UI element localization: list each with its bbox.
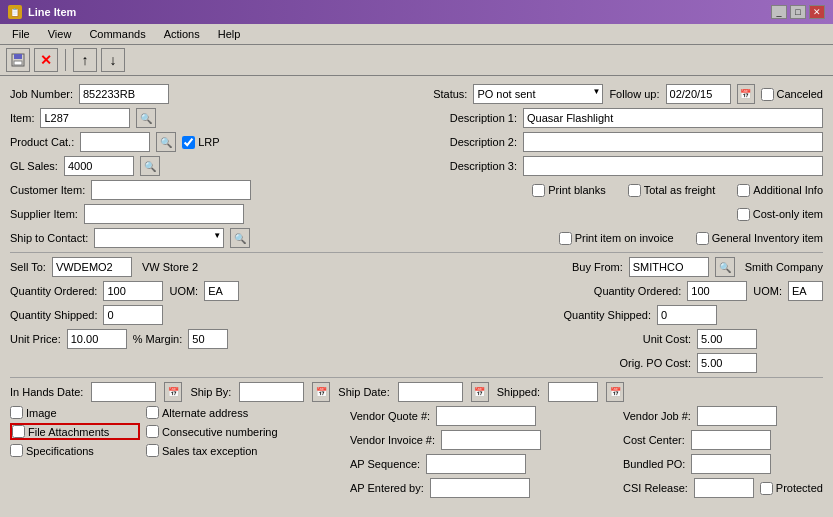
- ship-to-contact-search-button[interactable]: 🔍: [230, 228, 250, 248]
- customer-item-input[interactable]: [91, 180, 251, 200]
- minimize-button[interactable]: _: [771, 5, 787, 19]
- menu-actions[interactable]: Actions: [156, 26, 208, 42]
- job-number-input[interactable]: [79, 84, 169, 104]
- row-item-desc1: Item: 🔍 Description 1:: [10, 108, 823, 128]
- desc2-input[interactable]: [523, 132, 823, 152]
- cost-only-item-checkbox[interactable]: [737, 208, 750, 221]
- ship-by-label: Ship By:: [190, 386, 231, 398]
- ship-by-input[interactable]: [239, 382, 304, 402]
- sell-to-label: Sell To:: [10, 261, 46, 273]
- menu-commands[interactable]: Commands: [81, 26, 153, 42]
- sell-to-name: VW Store 2: [142, 261, 198, 273]
- row-supplier-item: Supplier Item: Cost-only item: [10, 204, 823, 224]
- print-item-invoice-checkbox[interactable]: [559, 232, 572, 245]
- protected-label: Protected: [760, 482, 823, 495]
- unit-price-input[interactable]: [67, 329, 127, 349]
- ship-by-cal-button[interactable]: 📅: [312, 382, 330, 402]
- product-cat-search-button[interactable]: 🔍: [156, 132, 176, 152]
- vendor-invoice-input[interactable]: [441, 430, 541, 450]
- vendor-job-input[interactable]: [697, 406, 777, 426]
- shipped-label: Shipped:: [497, 386, 540, 398]
- unit-cost-label: Unit Cost:: [643, 333, 691, 345]
- image-checkbox[interactable]: [10, 406, 23, 419]
- ship-date-input[interactable]: [398, 382, 463, 402]
- buy-from-search-button[interactable]: 🔍: [715, 257, 735, 277]
- item-search-button[interactable]: 🔍: [136, 108, 156, 128]
- uom-right-input[interactable]: [788, 281, 823, 301]
- total-as-freight-checkbox[interactable]: [628, 184, 641, 197]
- print-blanks-checkbox[interactable]: [532, 184, 545, 197]
- unit-cost-input[interactable]: [697, 329, 757, 349]
- maximize-button[interactable]: □: [790, 5, 806, 19]
- ap-sequence-input[interactable]: [426, 454, 526, 474]
- in-hands-cal-button[interactable]: 📅: [164, 382, 182, 402]
- product-cat-input[interactable]: [80, 132, 150, 152]
- qty-shipped-right-input[interactable]: [657, 305, 717, 325]
- close-button[interactable]: ✕: [809, 5, 825, 19]
- consecutive-numbering-checkbox[interactable]: [146, 425, 159, 438]
- vendor-quote-label: Vendor Quote #:: [350, 410, 430, 422]
- alternate-address-checkbox[interactable]: [146, 406, 159, 419]
- job-number-label: Job Number:: [10, 88, 73, 100]
- protected-checkbox[interactable]: [760, 482, 773, 495]
- specifications-checkbox[interactable]: [10, 444, 23, 457]
- ap-entered-by-input[interactable]: [430, 478, 530, 498]
- qty-shipped-input[interactable]: [103, 305, 163, 325]
- in-hands-date-input[interactable]: [91, 382, 156, 402]
- canceled-checkbox[interactable]: [761, 88, 774, 101]
- row-qty-ordered: Quantity Ordered: UOM: Quantity Ordered:…: [10, 281, 823, 301]
- file-attachments-checkbox[interactable]: [12, 425, 25, 438]
- margin-input[interactable]: [188, 329, 228, 349]
- menu-bar: File View Commands Actions Help: [0, 24, 833, 45]
- title-bar: 📋 Line Item _ □ ✕: [0, 0, 833, 24]
- shipped-cal-button[interactable]: 📅: [606, 382, 624, 402]
- supplier-item-label: Supplier Item:: [10, 208, 78, 220]
- vendor-quote-input[interactable]: [436, 406, 536, 426]
- file-attachments-button[interactable]: File Attachments: [10, 423, 140, 440]
- menu-file[interactable]: File: [4, 26, 38, 42]
- menu-view[interactable]: View: [40, 26, 80, 42]
- uom-label: UOM:: [169, 285, 198, 297]
- gl-sales-search-button[interactable]: 🔍: [140, 156, 160, 176]
- row-unit-price-cost: Unit Price: % Margin: Unit Cost:: [10, 329, 823, 349]
- delete-button[interactable]: ✕: [34, 48, 58, 72]
- up-button[interactable]: ↑: [73, 48, 97, 72]
- desc3-input[interactable]: [523, 156, 823, 176]
- follow-up-cal-button[interactable]: 📅: [737, 84, 755, 104]
- desc1-input[interactable]: [523, 108, 823, 128]
- orig-po-cost-input[interactable]: [697, 353, 757, 373]
- qty-ordered-right-input[interactable]: [687, 281, 747, 301]
- divider-1: [10, 252, 823, 253]
- desc3-label: Description 3:: [450, 160, 517, 172]
- supplier-item-input[interactable]: [84, 204, 244, 224]
- qty-ordered-input[interactable]: [103, 281, 163, 301]
- bundled-po-input[interactable]: [691, 454, 771, 474]
- general-inventory-checkbox[interactable]: [696, 232, 709, 245]
- print-blanks-label: Print blanks: [532, 184, 605, 197]
- shipped-input[interactable]: [548, 382, 598, 402]
- sales-tax-exception-checkbox[interactable]: [146, 444, 159, 457]
- status-select[interactable]: PO not sent PO sent Received: [473, 84, 603, 104]
- ship-date-cal-button[interactable]: 📅: [471, 382, 489, 402]
- csi-release-label: CSI Release:: [623, 482, 688, 494]
- item-input[interactable]: [40, 108, 130, 128]
- buy-from-code-input[interactable]: [629, 257, 709, 277]
- menu-help[interactable]: Help: [210, 26, 249, 42]
- additional-info-checkbox[interactable]: [737, 184, 750, 197]
- ship-to-contact-select[interactable]: [94, 228, 224, 248]
- qty-shipped-right-label: Quantity Shipped:: [564, 309, 651, 321]
- sell-to-code-input[interactable]: [52, 257, 132, 277]
- cost-center-input[interactable]: [691, 430, 771, 450]
- lrp-checkbox[interactable]: [182, 136, 195, 149]
- total-as-freight-label: Total as freight: [628, 184, 716, 197]
- row-ship-contact: Ship to Contact: 🔍 Print item on invoice…: [10, 228, 823, 248]
- csi-release-input[interactable]: [694, 478, 754, 498]
- follow-up-input[interactable]: [666, 84, 731, 104]
- gl-sales-input[interactable]: [64, 156, 134, 176]
- down-button[interactable]: ↓: [101, 48, 125, 72]
- row-image-alternate: Image Alternate address: [10, 406, 330, 419]
- save-button[interactable]: [6, 48, 30, 72]
- desc1-label: Description 1:: [450, 112, 517, 124]
- uom-input[interactable]: [204, 281, 239, 301]
- row-sell-buy: Sell To: VW Store 2 Buy From: 🔍 Smith Co…: [10, 257, 823, 277]
